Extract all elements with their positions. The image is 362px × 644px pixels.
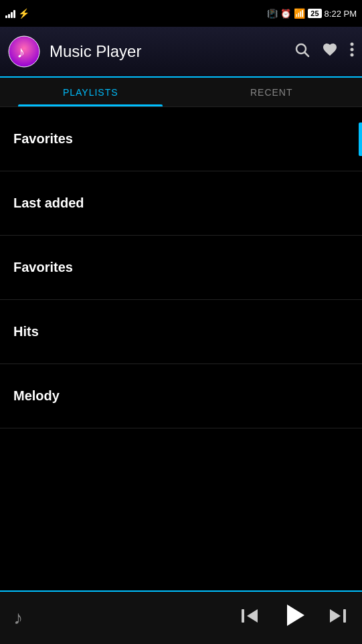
list-item[interactable]: Favorites	[0, 107, 362, 171]
app-header: ♪ Music Player	[0, 27, 362, 78]
svg-marker-10	[330, 609, 341, 623]
playlist-item-label: Favorites	[13, 260, 73, 275]
playlist-item-label: Favorites	[13, 131, 73, 147]
player-bar: ♪	[0, 590, 362, 644]
header-actions	[294, 42, 354, 62]
app-logo: ♪	[8, 35, 40, 68]
svg-text:♪: ♪	[17, 43, 25, 61]
wifi-icon: 📶	[294, 8, 305, 19]
playlist-item-label: Melody	[13, 388, 60, 404]
svg-marker-9	[287, 605, 304, 626]
player-controls	[239, 602, 349, 635]
list-item[interactable]: Favorites	[0, 236, 362, 300]
alarm-icon: ⏰	[280, 9, 291, 19]
music-note-icon: ♪	[13, 607, 23, 629]
playlist-item-label: Hits	[13, 324, 39, 339]
tab-recent-label: RECENT	[250, 87, 293, 98]
battery-icon: 25	[308, 9, 321, 18]
favorites-button[interactable]	[322, 42, 338, 62]
status-bar: ⚡ 📳 ⏰ 📶 25 8:22 PM	[0, 0, 362, 27]
signal-icon	[5, 9, 15, 18]
playlist-item-label: Last added	[13, 195, 84, 211]
svg-point-4	[351, 43, 354, 46]
search-button[interactable]	[294, 42, 310, 62]
previous-button[interactable]	[239, 605, 260, 631]
usb-icon: ⚡	[18, 8, 29, 19]
list-item[interactable]: Melody	[0, 364, 362, 428]
play-button[interactable]	[280, 602, 307, 635]
next-button[interactable]	[327, 605, 349, 631]
svg-rect-7	[242, 609, 244, 623]
svg-rect-11	[343, 609, 346, 623]
active-indicator	[359, 123, 362, 156]
svg-point-5	[351, 48, 354, 52]
more-options-button[interactable]	[350, 42, 354, 62]
tab-playlists[interactable]: PLAYLISTS	[0, 78, 181, 106]
tab-playlists-label: PLAYLISTS	[63, 87, 118, 98]
status-right: 📳 ⏰ 📶 25 8:22 PM	[267, 8, 357, 19]
list-item[interactable]: Last added	[0, 171, 362, 236]
tab-recent[interactable]: RECENT	[181, 78, 363, 106]
page-title: Music Player	[50, 42, 294, 61]
vibrate-icon: 📳	[267, 9, 278, 19]
svg-point-6	[351, 54, 354, 57]
svg-marker-8	[247, 609, 258, 623]
tab-bar: PLAYLISTS RECENT	[0, 78, 362, 107]
status-time: 8:22 PM	[325, 9, 357, 19]
list-item[interactable]: Hits	[0, 300, 362, 364]
playlist-container: Favorites Last added Favorites Hits Melo…	[0, 107, 362, 428]
svg-line-3	[305, 53, 309, 57]
status-left: ⚡	[5, 8, 29, 19]
